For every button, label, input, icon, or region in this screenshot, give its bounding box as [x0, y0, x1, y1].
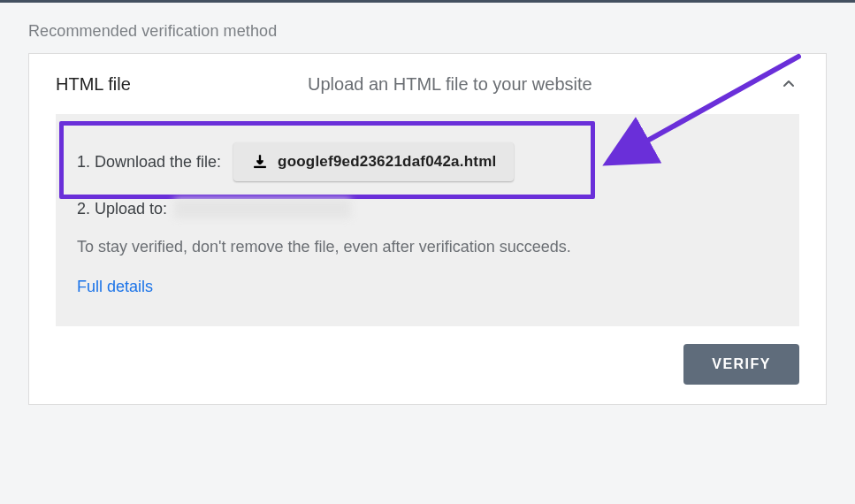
svg-rect-2 [254, 166, 265, 168]
card-header[interactable]: HTML file Upload an HTML file to your we… [29, 54, 826, 114]
step-2-label: 2. Upload to: [77, 200, 167, 218]
verification-card: HTML file Upload an HTML file to your we… [28, 53, 827, 405]
content-box: 1. Download the file: googlef9ed23621daf… [56, 114, 799, 326]
upload-target-redacted [174, 199, 351, 218]
step-1-label: 1. Download the file: [77, 153, 221, 172]
download-filename-label: googlef9ed23621daf042a.html [278, 153, 496, 171]
page-header-title: Recommended verification method [0, 3, 855, 53]
svg-rect-4 [259, 156, 261, 163]
download-file-button[interactable]: googlef9ed23621daf042a.html [233, 142, 514, 181]
download-icon [251, 153, 269, 171]
card-footer: VERIFY [29, 326, 826, 404]
full-details-link[interactable]: Full details [77, 278, 153, 295]
chevron-up-icon[interactable] [778, 73, 799, 95]
card-title: HTML file [56, 74, 308, 95]
step-1-row: 1. Download the file: googlef9ed23621daf… [77, 142, 778, 181]
step-2-row: 2. Upload to: [77, 199, 778, 218]
card-subtitle: Upload an HTML file to your website [308, 74, 778, 95]
verify-button[interactable]: VERIFY [683, 344, 799, 385]
verification-info-text: To stay verified, don't remove the file,… [77, 238, 778, 256]
